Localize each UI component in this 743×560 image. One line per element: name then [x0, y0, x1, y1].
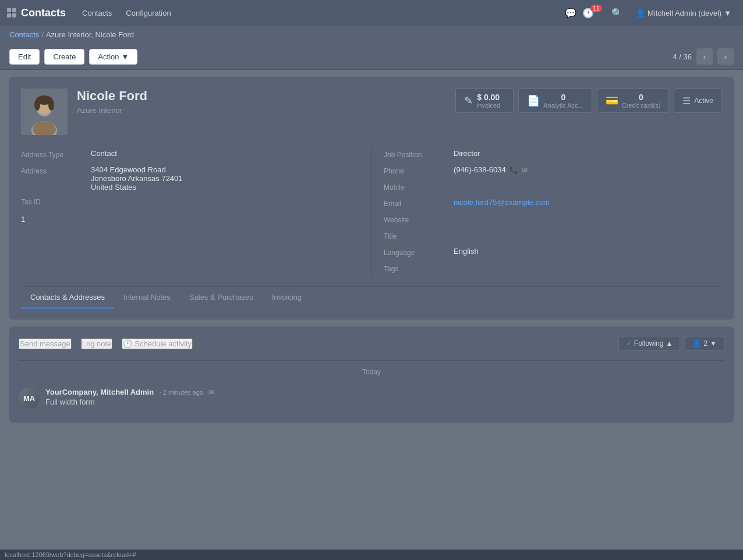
address-line2: Jonesboro Arkansas 72401: [91, 174, 360, 183]
chatter-toolbar: Send message Log note 🕐 Schedule activit…: [19, 336, 724, 361]
notification-badge: 11: [590, 5, 602, 12]
following-dropdown-icon: ▲: [666, 339, 673, 348]
svg-point-6: [48, 99, 54, 111]
following-label: Following: [634, 339, 664, 348]
create-button[interactable]: Create: [44, 49, 84, 65]
email-value[interactable]: nicole.ford75@example.com: [454, 198, 722, 207]
form-left: Address Type Contact Address 3404 Edgewo…: [21, 147, 372, 277]
message-edit-icon[interactable]: ✉: [208, 388, 214, 396]
edit-button[interactable]: Edit: [9, 49, 40, 65]
message-avatar-initials: MA: [19, 388, 40, 409]
address-row: Address 3404 Edgewood Road Jonesboro Ark…: [21, 163, 360, 194]
message-time: · 2 minutes ago: [160, 389, 205, 396]
tab-sales[interactable]: Sales & Purchases: [180, 287, 263, 309]
tags-label: Tags: [384, 263, 454, 273]
job-position-row: Job Position Director: [384, 147, 722, 163]
topnav: Contacts Contacts Configuration 💬 🕐 11 🔍…: [0, 0, 743, 26]
tax-id-label: Tax ID: [21, 196, 91, 206]
credit-cards-value: 0: [622, 93, 661, 102]
mobile-label: Mobile: [384, 182, 454, 192]
log-note-button[interactable]: Log note: [81, 338, 113, 349]
invoiced-label: Invoiced: [476, 102, 500, 109]
user-dropdown-icon: ▼: [724, 9, 731, 17]
timeline-date: Today: [19, 361, 724, 383]
tab-invoicing[interactable]: Invoicing: [263, 287, 311, 309]
contact-company: Azure Interior: [77, 106, 455, 115]
address-type-row: Address Type Contact: [21, 147, 360, 163]
message-text: Full width form: [45, 398, 724, 406]
active-label: Active: [694, 97, 713, 105]
avatar: [21, 88, 68, 135]
action-button[interactable]: Action ▼: [89, 49, 137, 65]
chatter-right: ✓ Following ▲ 👤 2 ▼: [618, 336, 724, 351]
message-header: YourCompany, Mitchell Admin · 2 minutes …: [45, 388, 724, 396]
clock-icon: 🕐: [123, 339, 132, 348]
phone-sms-icon[interactable]: ✉: [522, 166, 528, 174]
followers-button[interactable]: 👤 2 ▼: [685, 336, 724, 351]
language-label: Language: [384, 247, 454, 257]
credit-card-icon: 💳: [606, 94, 618, 107]
credit-cards-button[interactable]: 💳 0 Credit card(s): [597, 88, 670, 113]
next-record-button[interactable]: ›: [717, 48, 734, 65]
phone-number: (946)-638-6034: [454, 165, 506, 174]
tabs-bar: Contacts & Addresses Internal Notes Sale…: [21, 286, 722, 308]
nav-contacts[interactable]: Contacts: [75, 5, 119, 21]
job-position-label: Job Position: [384, 149, 454, 159]
website-label: Website: [384, 214, 454, 224]
job-position-value: Director: [454, 149, 722, 158]
discuss-icon[interactable]: 💬: [561, 3, 580, 22]
analytic-value: 0: [543, 93, 583, 102]
prev-record-button[interactable]: ‹: [696, 48, 713, 65]
form-right: Job Position Director Phone (946)-638-60…: [372, 147, 722, 277]
mobile-row: Mobile: [384, 179, 722, 196]
breadcrumb: Contacts / Azure Interior, Nicole Ford: [0, 26, 743, 44]
contact-name: Nicole Ford: [77, 88, 455, 104]
action-dropdown-icon: ▼: [122, 52, 129, 61]
tab-contacts[interactable]: Contacts & Addresses: [21, 287, 114, 309]
activity-icon[interactable]: 🕐 11: [585, 3, 603, 22]
app-grid-icon[interactable]: [7, 8, 16, 17]
address-line1: 3404 Edgewood Road: [91, 165, 360, 174]
phone-row-inner: (946)-638-6034 📞 ✉: [454, 165, 722, 174]
email-row: Email nicole.ford75@example.com: [384, 196, 722, 212]
nav-configuration[interactable]: Configuration: [119, 5, 178, 21]
invoiced-button[interactable]: ✎ $ 0.00 Invoiced: [455, 88, 514, 113]
message-item: MA YourCompany, Mitchell Admin · 2 minut…: [19, 383, 724, 413]
section-number: 1: [21, 212, 360, 226]
following-button[interactable]: ✓ Following ▲: [618, 336, 681, 351]
website-row: Website: [384, 212, 722, 228]
analytic-button[interactable]: 📄 0 Analytic Acc...: [518, 88, 592, 113]
address-type-value: Contact: [91, 149, 360, 158]
active-list-icon: ☰: [682, 95, 691, 107]
address-label: Address: [21, 165, 91, 175]
status-bar: localhost:12069/web?debug=assets&reload=…: [0, 550, 743, 554]
send-message-button[interactable]: Send message: [19, 338, 72, 349]
phone-call-icon[interactable]: 📞: [510, 166, 518, 174]
phone-label: Phone: [384, 165, 454, 175]
chatter-section: Send message Log note 🕐 Schedule activit…: [9, 327, 734, 423]
form-grid: Address Type Contact Address 3404 Edgewo…: [21, 147, 722, 277]
tab-notes[interactable]: Internal Notes: [114, 287, 180, 309]
credit-cards-label: Credit card(s): [622, 102, 661, 109]
user-menu[interactable]: 👤 Mitchell Admin (devel) ▼: [631, 6, 736, 20]
followers-count: 2: [703, 339, 707, 348]
search-icon[interactable]: 🔍: [608, 3, 627, 22]
schedule-activity-button[interactable]: 🕐 Schedule activity: [122, 338, 193, 349]
message-avatar: MA: [19, 388, 40, 409]
followers-icon: 👤: [692, 339, 701, 348]
contact-name-area: Nicole Ford Azure Interior: [77, 88, 455, 115]
language-value: English: [454, 247, 722, 256]
toolbar: Edit Create Action ▼ 4 / 36 ‹ ›: [0, 44, 743, 70]
svg-point-5: [34, 99, 40, 111]
smart-buttons: ✎ $ 0.00 Invoiced 📄 0 Analytic Acc... 💳: [455, 88, 722, 113]
email-label: Email: [384, 198, 454, 208]
topnav-right: 💬 🕐 11 🔍 👤 Mitchell Admin (devel) ▼: [561, 3, 736, 22]
phone-row: Phone (946)-638-6034 📞 ✉: [384, 163, 722, 179]
address-line3: United States: [91, 183, 360, 192]
active-badge[interactable]: ☰ Active: [674, 88, 722, 113]
toolbar-right: 4 / 36 ‹ ›: [673, 48, 734, 65]
address-value: 3404 Edgewood Road Jonesboro Arkansas 72…: [91, 165, 360, 192]
section-row: 1: [21, 210, 360, 228]
breadcrumb-parent[interactable]: Contacts: [9, 30, 39, 39]
followers-dropdown-icon: ▼: [710, 339, 717, 348]
